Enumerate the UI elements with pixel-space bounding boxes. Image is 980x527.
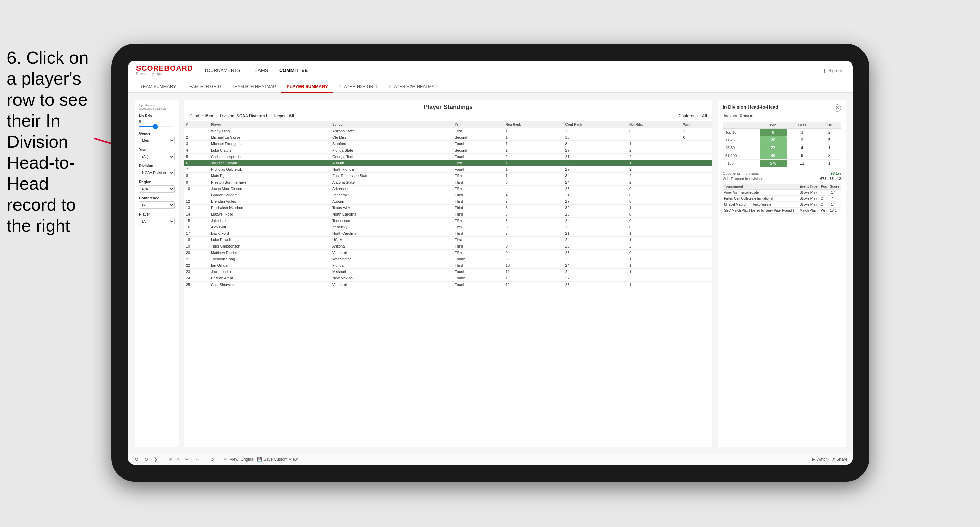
table-row[interactable]: 25 Cole Sherwood Vanderbilt Fourth 12 23… [184, 281, 713, 288]
table-row[interactable]: 18 Luke Powell UCLA First 4 24 1 [184, 237, 713, 243]
tab-player-summary[interactable]: PLAYER SUMMARY [282, 81, 333, 93]
table-row[interactable]: 20 Matthew Riedel Vanderbilt Fifth 9 23 … [184, 249, 713, 256]
tab-team-summary[interactable]: TEAM SUMMARY [135, 81, 181, 93]
table-row[interactable]: 16 Alex Goff Kentucky Fifth 8 19 0 [184, 224, 713, 230]
share-button[interactable]: ↗ Share [832, 457, 847, 462]
cell-conf: 21 [563, 192, 627, 198]
copy-button[interactable]: ⎘ [167, 456, 173, 463]
tab-team-h2h-heatmap[interactable]: TEAM H2H HEATMAP [226, 81, 282, 93]
cell-yr: Fifth [453, 186, 503, 192]
tab-player-h2h-heatmap[interactable]: PLAYER H2H HEATMAP [383, 81, 443, 93]
cell-school: Texas A&M [330, 205, 453, 211]
division-select[interactable]: NCAA Division I [139, 169, 175, 176]
cell-num: 16 [184, 224, 209, 230]
cell-num: 24 [184, 275, 209, 281]
refresh-button[interactable]: ↺ [209, 456, 216, 463]
table-row[interactable]: 11 Gordon Sargent Vanderbilt Third 4 21 … [184, 192, 713, 198]
sign-out-button[interactable]: Sign out [828, 68, 845, 73]
more-button[interactable]: ⋯ [193, 456, 200, 463]
cell-player: Christo Lamprecht [209, 154, 330, 160]
redo-button[interactable]: ↻ [143, 456, 150, 463]
year-select[interactable]: (All) [139, 153, 175, 160]
cell-reg: 4 [503, 186, 563, 192]
no-rds-slider[interactable] [139, 126, 175, 127]
tablet-screen: SCOREBOARD Powered by clippi TOURNAMENTS… [128, 60, 853, 465]
h2h-col-tie: Tie [818, 122, 841, 129]
cell-win [681, 198, 713, 205]
cell-player: Jack Lundin [209, 269, 330, 275]
table-row[interactable]: 8 Mats Ege East Tennessee State Fifth 1 … [184, 173, 713, 179]
gender-select[interactable]: Men [139, 137, 175, 144]
region-select[interactable]: N/A [139, 185, 175, 193]
table-row[interactable]: 7 Nicholas Gabrelcik North Florida Fourt… [184, 166, 713, 173]
table-row[interactable]: 9 Preston Summerhays Arizona State Third… [184, 179, 713, 186]
table-row[interactable]: 10 Jacob Mou-Olesen Arkansas Fifth 4 25 … [184, 186, 713, 192]
table-row[interactable]: 14 Maxwell Ford North Carolina Third 8 2… [184, 211, 713, 217]
table-row[interactable]: 13 Phichaksn Maichon Texas A&M Third 6 3… [184, 205, 713, 211]
table-row[interactable]: 1 Wenyi Ding Arizona State First 1 1 8 1 [184, 128, 713, 134]
table-row[interactable]: 12 Brendan Valles Auburn Third 7 27 0 [184, 198, 713, 205]
division-filter-label: Division [139, 163, 175, 168]
cell-num: 8 [184, 173, 209, 179]
table-row[interactable]: 15 Jake Hall Tennessee Fifth 5 24 0 [184, 217, 713, 224]
save-custom-button[interactable]: 💾 Save Custom View [257, 457, 298, 462]
table-row[interactable]: 4 Luke Claton Florida State Second 1 27 … [184, 147, 713, 154]
tourn-pos: 2 [819, 196, 829, 202]
player-select[interactable]: (All) [139, 217, 175, 225]
cell-win: 0 [681, 134, 713, 141]
cell-school: Missouri [330, 269, 453, 275]
nav-committee[interactable]: COMMITTEE [279, 66, 309, 75]
cell-rds: 0 [627, 192, 681, 198]
region-filter-label: Region [139, 180, 175, 184]
h2h-close-button[interactable]: ✕ [834, 105, 841, 112]
gender-filter-label: Gender [139, 131, 175, 135]
paste-button[interactable]: ⎙ [176, 456, 181, 463]
cut-button[interactable]: ✂ [184, 456, 190, 463]
cell-win [681, 147, 713, 154]
view-original-button[interactable]: 👁 View: Original [224, 457, 255, 462]
watch-button[interactable]: ▶ Watch [812, 457, 828, 462]
cell-school: East Tennessee State [330, 173, 453, 179]
table-row[interactable]: 22 Ian Gilligan Florida Third 10 24 1 [184, 262, 713, 269]
table-row[interactable]: 3 Michael Thorbjornsen Stanford Fourth 1… [184, 141, 713, 147]
cell-num: 4 [184, 147, 209, 154]
cell-reg: 4 [503, 237, 563, 243]
cell-rds: 2 [627, 179, 681, 186]
cell-win [681, 243, 713, 249]
table-row[interactable]: 17 David Ford North Carolina Third 7 21 … [184, 230, 713, 237]
table-row[interactable]: 2 Michael La Sasse Ole Miss Second 1 18 … [184, 134, 713, 141]
col-player: Player [209, 121, 330, 128]
cell-num: 22 [184, 262, 209, 269]
undo-button[interactable]: ↺ [134, 456, 140, 463]
table-row[interactable]: 24 Bastian Amat New Mexico Fourth 1 27 2 [184, 275, 713, 281]
h2h-win-cell: 8 [760, 129, 787, 137]
h2h-table-row: Top 10 8 3 2 [722, 129, 841, 137]
cell-player: Brendan Valles [209, 198, 330, 205]
h2h-table-row: >100 578 11 1 [722, 160, 841, 167]
h2h-win-cell: 578 [760, 160, 787, 167]
standings-header: Player Standings Gender: Men Division: N… [184, 100, 713, 121]
table-row[interactable]: 21 Taehoon Song Washington Fourth 6 23 1 [184, 256, 713, 262]
h2h-range-label: 51-100 [722, 152, 760, 160]
tab-player-h2h-grid[interactable]: PLAYER H2H GRID [333, 81, 383, 93]
cell-school: Arizona State [330, 128, 453, 134]
h2h-table-row: 11-25 20 9 5 [722, 137, 841, 144]
nav-teams[interactable]: TEAMS [251, 66, 269, 75]
cell-rds: 2 [627, 166, 681, 173]
tab-team-h2h-grid[interactable]: TEAM H2H GRID [181, 81, 226, 93]
cell-reg: 9 [503, 249, 563, 256]
cell-yr: Third [453, 198, 503, 205]
nav-tournaments[interactable]: TOURNAMENTS [203, 66, 241, 75]
cell-school: UCLA [330, 237, 453, 243]
cell-player: Michael La Sasse [209, 134, 330, 141]
table-row[interactable]: 19 Tiger Christensen Arizona Third 8 23 … [184, 243, 713, 249]
tourn-name: Mirabel Maui Jim Intercollegiate [722, 202, 799, 208]
table-row[interactable]: 23 Jack Lundin Missouri Fourth 11 24 1 [184, 269, 713, 275]
tourn-name: SEC Match Play Hosted by Jerry Pate Roun… [722, 208, 799, 214]
forward-button[interactable]: ❯ [152, 456, 159, 463]
table-row[interactable]: 6 Jackson Koivun Auburn First 1 26 1 [184, 160, 713, 166]
cell-win [681, 237, 713, 243]
tourn-name: Fallen Oak Collegiate Invitational [722, 196, 799, 202]
conference-select[interactable]: (All) [139, 202, 175, 209]
table-row[interactable]: 5 Christo Lamprecht Georgia Tech Fourth … [184, 154, 713, 160]
